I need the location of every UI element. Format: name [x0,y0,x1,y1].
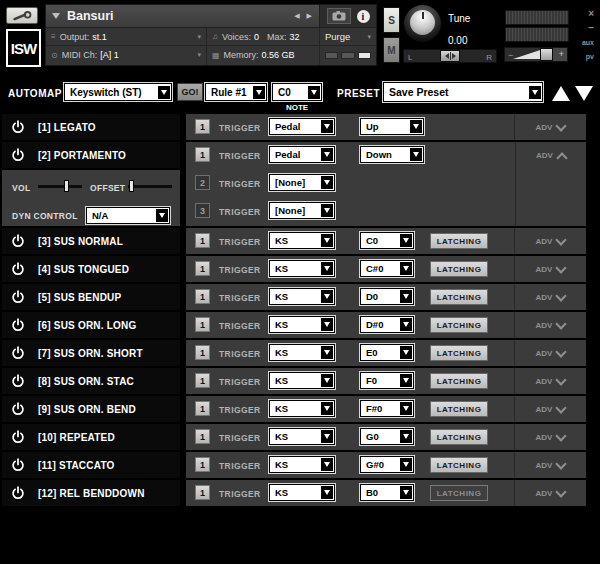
adv-toggle[interactable]: ADV [514,228,586,254]
trigger-value-select[interactable]: G#0 [360,456,414,473]
preset-prev-button[interactable] [552,86,570,101]
power-icon[interactable] [11,346,25,360]
articulation-name-cell[interactable]: [10] REPEATED [2,424,180,450]
power-icon[interactable] [11,148,25,162]
trigger-type-select[interactable]: KS [269,288,335,305]
trigger-type-select[interactable]: [None] [269,174,335,191]
preset-next-button[interactable] [575,86,593,101]
articulation-name-cell[interactable]: [7] SUS ORN. SHORT [2,340,180,366]
volume-slider[interactable]: − + [504,47,568,62]
adv-toggle[interactable]: ADV [514,396,586,422]
automap-rule-select[interactable]: Rule #1 [205,83,267,101]
adv-toggle[interactable]: ADV [514,312,586,338]
adv-toggle[interactable]: ADV [514,114,586,140]
latching-button[interactable]: LATCHING [430,345,488,361]
mute-button[interactable]: M [383,37,400,63]
collapse-arrow-icon[interactable] [52,13,60,19]
trigger-slot-button[interactable]: 1 [195,345,210,360]
tune-knob[interactable] [404,5,441,42]
adv-toggle[interactable]: ADV [514,340,586,366]
trigger-value-select[interactable]: B0 [360,484,414,501]
trigger-value-select[interactable]: Down [360,146,424,163]
trigger-value-select[interactable]: D0 [360,288,414,305]
latching-button[interactable]: LATCHING [430,429,488,445]
trigger-slot-button[interactable]: 1 [195,457,210,472]
trigger-type-select[interactable]: KS [269,316,335,333]
minimize-icon[interactable]: − [588,23,594,33]
articulation-name-cell[interactable]: [4] SUS TONGUED [2,256,180,282]
close-icon[interactable]: × [588,9,594,19]
trigger-type-select[interactable]: KS [269,372,335,389]
power-icon[interactable] [11,402,25,416]
adv-toggle[interactable]: ADV [514,368,586,394]
trigger-slot-button[interactable]: 1 [195,485,210,500]
preset-select[interactable]: Save Preset [383,82,543,102]
articulation-name-cell[interactable]: [3] SUS NORMAL [2,228,180,254]
power-icon[interactable] [11,234,25,248]
articulation-name-cell[interactable]: [5] SUS BENDUP [2,284,180,310]
latching-button[interactable]: LATCHING [430,485,488,501]
latching-button[interactable]: LATCHING [430,317,488,333]
title-bar[interactable]: Bansuri ◀ ▶ i [46,5,376,28]
latching-button[interactable]: LATCHING [430,373,488,389]
trigger-slot-button[interactable]: 1 [195,289,210,304]
trigger-slot-button[interactable]: 3 [195,203,210,218]
trigger-slot-button[interactable]: 1 [195,317,210,332]
trigger-slot-button[interactable]: 1 [195,147,210,162]
prev-instrument-icon[interactable]: ◀ [294,12,299,20]
trigger-slot-button[interactable]: 1 [195,233,210,248]
power-icon[interactable] [11,290,25,304]
solo-button[interactable]: S [383,7,400,33]
adv-toggle[interactable]: ADV [514,452,586,478]
articulation-name-cell[interactable]: [8] SUS ORN. STAC [2,368,180,394]
go-button[interactable]: GO! [177,83,203,101]
automap-note-select[interactable]: C0 [272,83,322,101]
trigger-type-select[interactable]: [None] [269,202,335,219]
trigger-type-select[interactable]: Pedal [269,118,335,135]
volume-handle[interactable] [540,48,553,61]
automap-mode-select[interactable]: Keyswitch (ST) [64,83,172,101]
latching-button[interactable]: LATCHING [430,457,488,473]
latching-button[interactable]: LATCHING [430,261,488,277]
trigger-type-select[interactable]: KS [269,428,335,445]
vol-slider[interactable] [38,180,82,192]
trigger-value-select[interactable]: C#0 [360,260,414,277]
articulation-name-cell[interactable]: [11] STACCATO [2,452,180,478]
power-icon[interactable] [11,262,25,276]
offset-slider[interactable] [128,180,172,192]
trigger-type-select[interactable]: KS [269,456,335,473]
latching-button[interactable]: LATCHING [430,289,488,305]
trigger-slot-button[interactable]: 2 [195,175,210,190]
trigger-type-select[interactable]: Pedal [269,146,335,163]
next-instrument-icon[interactable]: ▶ [307,12,312,20]
articulation-name-cell[interactable]: [2] PORTAMENTO [2,142,180,168]
trigger-value-select[interactable]: C0 [360,232,414,249]
power-icon[interactable] [11,486,25,500]
performance-view-toggle[interactable]: pv [586,53,594,60]
adv-toggle[interactable]: ADV [514,256,586,282]
latching-button[interactable]: LATCHING [430,401,488,417]
edit-instrument-button[interactable] [6,7,38,24]
trigger-slot-button[interactable]: 1 [195,373,210,388]
adv-toggle[interactable]: ADV [514,424,586,450]
purge-menu[interactable]: Purge ▾ [320,28,376,46]
power-icon[interactable] [11,120,25,134]
trigger-type-select[interactable]: KS [269,232,335,249]
power-icon[interactable] [11,430,25,444]
trigger-slot-button[interactable]: 1 [195,119,210,134]
adv-toggle[interactable]: ADV [514,284,586,310]
trigger-type-select[interactable]: KS [269,400,335,417]
trigger-value-select[interactable]: G0 [360,428,414,445]
midi-channel-select[interactable]: ⊙ MIDI Ch: [A] 1 ▾ [46,46,206,64]
trigger-slot-button[interactable]: 1 [195,429,210,444]
trigger-value-select[interactable]: D#0 [360,316,414,333]
trigger-type-select[interactable]: KS [269,260,335,277]
articulation-name-cell[interactable]: [1] LEGATO [2,114,180,140]
trigger-value-select[interactable]: F0 [360,372,414,389]
articulation-name-cell[interactable]: [9] SUS ORN. BEND [2,396,180,422]
trigger-slot-button[interactable]: 1 [195,261,210,276]
vol-slider-handle[interactable] [64,180,69,192]
power-icon[interactable] [11,318,25,332]
power-icon[interactable] [11,458,25,472]
output-select[interactable]: ≡ Output: st.1 ▾ [46,28,206,46]
